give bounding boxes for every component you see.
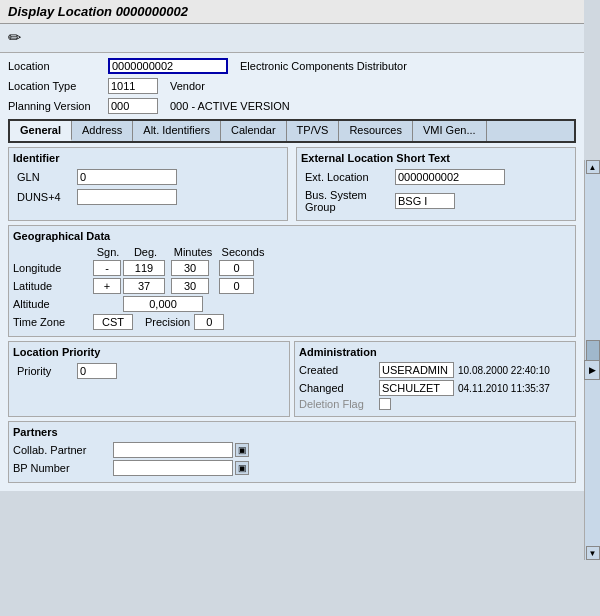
geo-title: Geographical Data (13, 230, 571, 242)
longitude-row: Longitude (13, 260, 571, 276)
partners-title: Partners (13, 426, 571, 438)
planning-version-row: Planning Version 000 - ACTIVE VERSION (4, 97, 580, 115)
duns-row: DUNS+4 (13, 188, 283, 206)
location-type-input[interactable] (108, 78, 158, 94)
edit-icon[interactable]: ✏ (8, 28, 28, 48)
planning-version-label: Planning Version (8, 100, 108, 112)
ext-location-label: Ext. Location (305, 171, 395, 183)
altitude-label: Altitude (13, 298, 93, 310)
priority-input[interactable] (77, 363, 117, 379)
partners-section: Partners Collab. Partner ▣ BP Number ▣ (8, 421, 576, 483)
sec-header: Seconds (218, 246, 268, 258)
latitude-label: Latitude (13, 280, 93, 292)
location-priority-section: Location Priority Priority (8, 341, 290, 417)
main-content: Location Electronic Components Distribut… (0, 53, 584, 491)
precision-input[interactable] (194, 314, 224, 330)
tab-address[interactable]: Address (72, 121, 133, 141)
altitude-input[interactable] (123, 296, 203, 312)
longitude-sgn[interactable] (93, 260, 121, 276)
collab-row: Collab. Partner ▣ (13, 442, 571, 458)
latitude-sgn[interactable] (93, 278, 121, 294)
duns-label: DUNS+4 (17, 191, 77, 203)
gln-row: GLN (13, 168, 283, 186)
administration-section: Administration Created 10.08.2000 22:40:… (294, 341, 576, 417)
location-input[interactable] (108, 58, 228, 74)
toolbar: ✏ (0, 24, 584, 53)
tab-calendar[interactable]: Calendar (221, 121, 287, 141)
location-row: Location Electronic Components Distribut… (4, 57, 580, 75)
tab-vmi-gen[interactable]: VMI Gen... (413, 121, 487, 141)
longitude-min[interactable] (171, 260, 209, 276)
collab-label: Collab. Partner (13, 444, 113, 456)
admin-title: Administration (299, 346, 571, 358)
tab-alt-identifiers[interactable]: Alt. Identifiers (133, 121, 221, 141)
longitude-label: Longitude (13, 262, 93, 274)
location-type-label: Location Type (8, 80, 108, 92)
bus-system-row: Bus. System Group (301, 188, 571, 214)
deletion-flag-checkbox[interactable] (379, 398, 391, 410)
created-user[interactable] (379, 362, 454, 378)
geo-section: Geographical Data Sgn. Deg. Minutes Seco… (8, 225, 576, 337)
deg-header: Deg. (123, 246, 168, 258)
priority-label: Priority (17, 365, 77, 377)
priority-title: Location Priority (13, 346, 285, 358)
changed-label: Changed (299, 382, 379, 394)
gln-label: GLN (17, 171, 77, 183)
location-type-row: Location Type Vendor (4, 77, 580, 95)
latitude-sec[interactable] (219, 278, 254, 294)
latitude-min[interactable] (171, 278, 209, 294)
ext-location-row: Ext. Location (301, 168, 571, 186)
deletion-flag-row: Deletion Flag (299, 398, 571, 410)
changed-date: 04.11.2010 11:35:37 (458, 383, 550, 394)
changed-row: Changed 04.11.2010 11:35:37 (299, 380, 571, 396)
collab-picker-button[interactable]: ▣ (235, 443, 249, 457)
scroll-down-arrow[interactable]: ▼ (586, 546, 600, 560)
changed-user[interactable] (379, 380, 454, 396)
bp-row: BP Number ▣ (13, 460, 571, 476)
planning-version-desc: 000 - ACTIVE VERSION (170, 100, 290, 112)
gln-input[interactable] (77, 169, 177, 185)
tab-tpvs[interactable]: TP/VS (287, 121, 340, 141)
min-header: Minutes (168, 246, 218, 258)
ext-location-input[interactable] (395, 169, 505, 185)
location-type-desc: Vendor (170, 80, 205, 92)
latitude-row: Latitude (13, 278, 571, 294)
timezone-label: Time Zone (13, 316, 93, 328)
right-scrollbar: ▲ ▼ ▶ (584, 160, 600, 560)
created-row: Created 10.08.2000 22:40:10 (299, 362, 571, 378)
created-date: 10.08.2000 22:40:10 (458, 365, 550, 376)
scroll-up-arrow[interactable]: ▲ (586, 160, 600, 174)
longitude-deg[interactable] (123, 260, 165, 276)
bus-system-label: Bus. System Group (305, 189, 395, 213)
duns-input[interactable] (77, 189, 177, 205)
timezone-row: Time Zone Precision (13, 314, 571, 330)
longitude-sec[interactable] (219, 260, 254, 276)
precision-label: Precision (145, 316, 190, 328)
bp-label: BP Number (13, 462, 113, 474)
identifier-title: Identifier (13, 152, 283, 164)
page-title: Display Location 0000000002 (8, 4, 188, 19)
bus-system-input[interactable] (395, 193, 455, 209)
external-title: External Location Short Text (301, 152, 571, 164)
sgn-header: Sgn. (93, 246, 123, 258)
location-label: Location (8, 60, 108, 72)
title-bar: Display Location 0000000002 (0, 0, 584, 24)
priority-row: Priority (13, 362, 285, 380)
timezone-input[interactable] (93, 314, 133, 330)
tabs-bar: General Address Alt. Identifiers Calenda… (8, 119, 576, 143)
deletion-flag-label: Deletion Flag (299, 398, 379, 410)
planning-version-input[interactable] (108, 98, 158, 114)
bp-picker-button[interactable]: ▣ (235, 461, 249, 475)
tab-general[interactable]: General (10, 121, 72, 141)
latitude-deg[interactable] (123, 278, 165, 294)
bp-input[interactable] (113, 460, 233, 476)
collab-input[interactable] (113, 442, 233, 458)
altitude-row: Altitude (13, 296, 571, 312)
tab-resources[interactable]: Resources (339, 121, 413, 141)
created-label: Created (299, 364, 379, 376)
bottom-sections: Location Priority Priority Administratio… (8, 341, 576, 417)
side-expand-button[interactable]: ▶ (584, 360, 600, 380)
location-desc: Electronic Components Distributor (240, 60, 407, 72)
